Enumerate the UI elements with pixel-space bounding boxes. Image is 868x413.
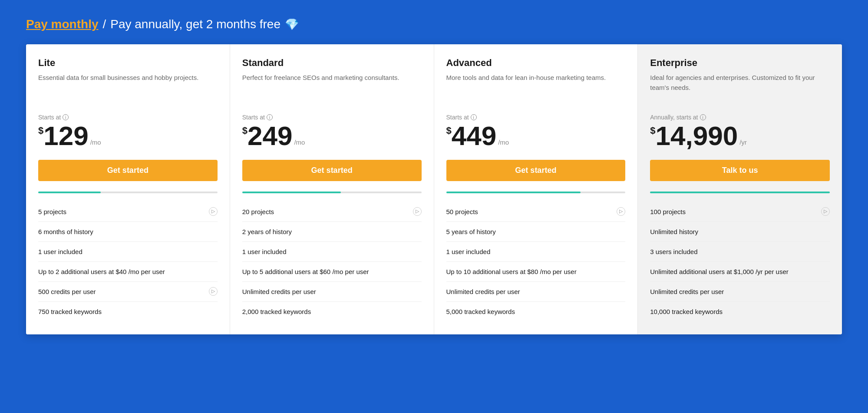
price-info-icon[interactable]: i — [700, 114, 706, 120]
cta-button-advanced[interactable]: Get started — [446, 160, 626, 181]
diamond-icon: 💎 — [285, 18, 299, 31]
plan-description: Essential data for small businesses and … — [38, 73, 218, 103]
price-info-icon[interactable]: i — [63, 114, 69, 120]
feature-text: 20 projects — [242, 207, 409, 216]
feature-text: 3 users included — [650, 247, 830, 256]
feature-info-icon[interactable]: ▷ — [209, 287, 218, 296]
feature-text: Up to 5 additional users at $60 /mo per … — [242, 267, 422, 276]
pay-monthly-link[interactable]: Pay monthly — [26, 17, 98, 31]
feature-item: Up to 5 additional users at $60 /mo per … — [242, 262, 422, 282]
cta-button-lite[interactable]: Get started — [38, 160, 218, 181]
price-label: Annually, starts at i — [650, 114, 830, 121]
plan-description: More tools and data for lean in-house ma… — [446, 73, 626, 103]
price-period: /mo — [498, 139, 509, 146]
features-list: 5 projects ▷ 6 months of history 1 user … — [38, 202, 218, 321]
plan-name: Advanced — [446, 57, 626, 69]
feature-item: 500 credits per user ▷ — [38, 282, 218, 302]
price-amount: 14,990 — [656, 122, 738, 149]
feature-text: 750 tracked keywords — [38, 307, 218, 316]
feature-item: 1 user included — [242, 242, 422, 262]
price-period: /mo — [90, 139, 101, 146]
feature-text: 5,000 tracked keywords — [446, 307, 626, 316]
feature-text: Unlimited credits per user — [650, 287, 830, 296]
progress-bar-container — [38, 192, 218, 193]
feature-text: 2,000 tracked keywords — [242, 307, 422, 316]
feature-item: 5,000 tracked keywords — [446, 302, 626, 321]
separator: / — [102, 17, 106, 31]
feature-item: 100 projects ▷ — [650, 202, 830, 222]
feature-text: 1 user included — [242, 247, 422, 256]
cta-button-standard[interactable]: Get started — [242, 160, 422, 181]
features-list: 20 projects ▷ 2 years of history 1 user … — [242, 202, 422, 321]
price-label: Starts at i — [38, 114, 218, 121]
cta-button-enterprise[interactable]: Talk to us — [650, 160, 830, 181]
feature-text: 500 credits per user — [38, 287, 205, 296]
progress-bar-container — [242, 192, 422, 193]
progress-bar-fill — [242, 192, 341, 193]
feature-item: 5 projects ▷ — [38, 202, 218, 222]
feature-text: Up to 10 additional users at $80 /mo per… — [446, 267, 626, 276]
feature-item: 3 users included — [650, 242, 830, 262]
progress-bar-fill — [650, 192, 830, 193]
plan-lite: Lite Essential data for small businesses… — [26, 44, 230, 334]
price-info-icon[interactable]: i — [267, 114, 273, 120]
price-row: $ 129 /mo — [38, 122, 218, 149]
feature-text: 1 user included — [446, 247, 626, 256]
plan-name: Enterprise — [650, 57, 830, 69]
feature-info-icon[interactable]: ▷ — [617, 207, 625, 216]
pay-annually-text[interactable]: Pay annually, get 2 months free — [110, 17, 281, 31]
feature-text: 100 projects — [650, 207, 818, 216]
feature-item: Unlimited credits per user — [242, 282, 422, 302]
feature-item: Unlimited history — [650, 222, 830, 242]
progress-bar-fill — [446, 192, 581, 193]
progress-bar-container — [446, 192, 626, 193]
price-amount: 249 — [248, 122, 292, 149]
feature-item: 1 user included — [446, 242, 626, 262]
price-dollar: $ — [446, 126, 452, 135]
price-amount: 129 — [43, 122, 88, 149]
progress-bar-fill — [38, 192, 101, 193]
feature-text: Unlimited credits per user — [446, 287, 626, 296]
features-list: 50 projects ▷ 5 years of history 1 user … — [446, 202, 626, 321]
price-label: Starts at i — [446, 114, 626, 121]
feature-text: 2 years of history — [242, 227, 422, 236]
price-row: $ 449 /mo — [446, 122, 626, 149]
price-dollar: $ — [650, 126, 655, 135]
feature-text: 1 user included — [38, 247, 218, 256]
feature-item: 750 tracked keywords — [38, 302, 218, 321]
price-amount: 449 — [452, 122, 496, 149]
plan-advanced: Advanced More tools and data for lean in… — [434, 44, 638, 334]
feature-item: Up to 10 additional users at $80 /mo per… — [446, 262, 626, 282]
plan-name: Standard — [242, 57, 422, 69]
price-row: $ 14,990 /yr — [650, 122, 830, 149]
price-dollar: $ — [38, 126, 43, 135]
feature-text: 5 projects — [38, 207, 205, 216]
feature-item: Unlimited credits per user — [650, 282, 830, 302]
feature-item: 1 user included — [38, 242, 218, 262]
feature-info-icon[interactable]: ▷ — [413, 207, 422, 216]
feature-item: 50 projects ▷ — [446, 202, 626, 222]
feature-info-icon[interactable]: ▷ — [209, 207, 218, 216]
price-period: /mo — [294, 139, 305, 146]
plan-name: Lite — [38, 57, 218, 69]
feature-item: Unlimited additional users at $1,000 /yr… — [650, 262, 830, 282]
feature-item: 5 years of history — [446, 222, 626, 242]
feature-text: Up to 2 additional users at $40 /mo per … — [38, 267, 218, 276]
feature-info-icon[interactable]: ▷ — [821, 207, 830, 216]
progress-bar-container — [650, 192, 830, 193]
feature-text: 5 years of history — [446, 227, 626, 236]
plans-container: Lite Essential data for small businesses… — [26, 44, 842, 334]
features-list: 100 projects ▷ Unlimited history 3 users… — [650, 202, 830, 321]
feature-item: 10,000 tracked keywords — [650, 302, 830, 321]
feature-item: 2 years of history — [242, 222, 422, 242]
price-row: $ 249 /mo — [242, 122, 422, 149]
price-info-icon[interactable]: i — [471, 114, 477, 120]
feature-item: 2,000 tracked keywords — [242, 302, 422, 321]
feature-text: Unlimited credits per user — [242, 287, 422, 296]
plan-enterprise: Enterprise Ideal for agencies and enterp… — [638, 44, 842, 334]
feature-text: 10,000 tracked keywords — [650, 307, 830, 316]
plan-description: Perfect for freelance SEOs and marketing… — [242, 73, 422, 103]
plan-description: Ideal for agencies and enterprises. Cust… — [650, 73, 830, 103]
price-label: Starts at i — [242, 114, 422, 121]
plan-standard: Standard Perfect for freelance SEOs and … — [230, 44, 434, 334]
